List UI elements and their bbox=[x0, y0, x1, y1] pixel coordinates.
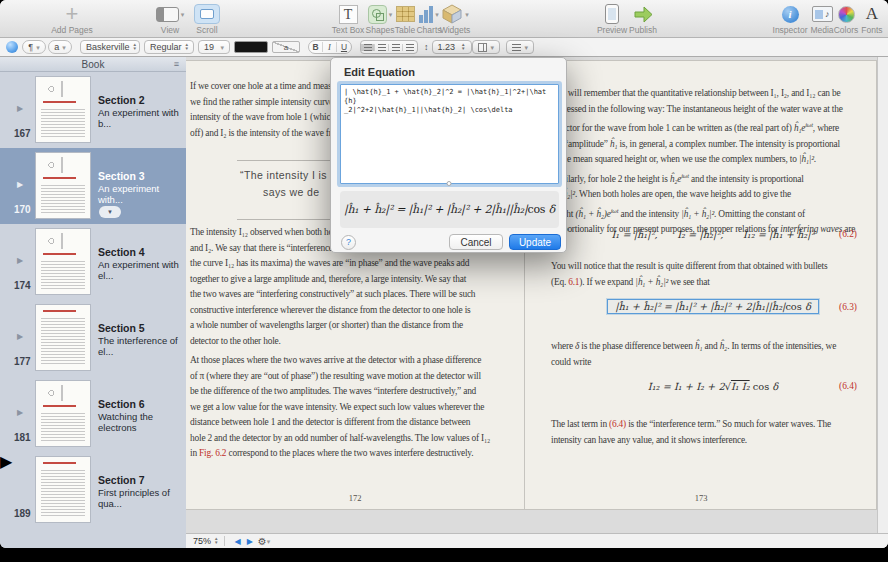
thumbnail-page-number: 167 bbox=[14, 128, 31, 139]
thumbnail-page-number: 189 bbox=[14, 508, 31, 519]
update-button[interactable]: Update bbox=[509, 234, 561, 250]
font-family-select[interactable]: Baskerville▲▼ bbox=[80, 40, 140, 54]
widgets-button[interactable]: ▾ Widgets bbox=[427, 3, 483, 37]
sidebar-section-5[interactable]: ▶ 177 Section 5The interference of el... bbox=[0, 300, 186, 376]
line-spacing-value: 1.23 bbox=[438, 42, 456, 52]
section-title: Section 4 bbox=[98, 246, 184, 258]
line-height-icon: ↕ bbox=[424, 42, 429, 52]
disclosure-triangle-icon[interactable]: ▶ bbox=[17, 104, 23, 113]
sidebar-section-3-selected[interactable]: ▶ 170 Section 3An experiment with... ▼ bbox=[0, 148, 186, 224]
font-size-select[interactable]: 19▾ bbox=[198, 40, 230, 54]
stepper-icon: ▲▼ bbox=[133, 43, 137, 51]
selected-equation-box[interactable]: |ĥ₁ + ĥ₂|² = |ĥ₁|² + |ĥ₂|² + 2|ĥ₁||ĥ₂|co… bbox=[607, 299, 819, 314]
navigator-sphere-icon[interactable] bbox=[6, 41, 18, 53]
equation-6-4-row[interactable]: I₁₂ = I₁ + I₂ + 2√I₁ I₂ cos δ (6.4) bbox=[551, 381, 875, 392]
section-subtitle: The interference of el... bbox=[98, 335, 184, 357]
section-subtitle: An experiment with b... bbox=[98, 107, 184, 129]
disclosure-triangle-icon[interactable]: ▶ bbox=[17, 180, 23, 189]
zoom-level-value[interactable]: 75% bbox=[193, 536, 211, 546]
help-button[interactable]: ? bbox=[341, 235, 356, 250]
equation-6-3[interactable]: |ĥ₁ + ĥ₂|² = |ĥ₁|² + |ĥ₂|² + 2|ĥ₁||ĥ₂|co… bbox=[615, 301, 811, 312]
page-thumbnail[interactable] bbox=[35, 228, 91, 295]
page-thumbnail[interactable] bbox=[35, 304, 91, 371]
equation-6-4-ref[interactable]: (6.4) bbox=[839, 381, 857, 391]
section-subtitle: Watching the electrons bbox=[98, 411, 184, 433]
cancel-button[interactable]: Cancel bbox=[449, 234, 503, 250]
paragraph-style-button[interactable]: ¶▾ bbox=[22, 40, 46, 54]
page-thumbnail[interactable] bbox=[35, 380, 91, 447]
format-bar: ¶▾ a▾ Baskerville▲▼ Regular▲▼ 19▾ a B I … bbox=[0, 38, 888, 57]
chevron-down-icon: ▾ bbox=[62, 44, 66, 51]
sidebar-section-6[interactable]: ▶ 181 Section 6Watching the electrons bbox=[0, 376, 186, 452]
paragraph[interactable]: The last term in (6.4) is the “interfere… bbox=[551, 417, 875, 448]
equation-latex-input[interactable]: | \hat{h}_1 + \hat{h}_2|^2 = |\hat{h}_1|… bbox=[340, 84, 559, 184]
sidebar-section-partial[interactable] bbox=[0, 528, 186, 548]
page-thumbnail[interactable] bbox=[35, 456, 91, 523]
page-number: 173 bbox=[525, 493, 877, 503]
page-thumbnail[interactable] bbox=[35, 152, 91, 219]
pull-quote-line[interactable]: “The intensity I is bbox=[240, 169, 327, 181]
equation-6-3-row[interactable]: |ĥ₁ + ĥ₂|² = |ĥ₁|² + |ĥ₂|² + 2|ĥ₁||ĥ₂|co… bbox=[551, 299, 875, 314]
equation-6-2-ref[interactable]: (6.2) bbox=[839, 229, 857, 239]
paragraph[interactable]: At those places where the two waves arri… bbox=[190, 353, 522, 462]
widgets-label: Widgets bbox=[427, 25, 483, 35]
main-toolbar: + Add Pages ▾ View Scroll T Text Box ▾ S… bbox=[0, 0, 888, 38]
bold-button[interactable]: B bbox=[309, 42, 323, 52]
align-right-button[interactable] bbox=[389, 44, 403, 51]
equation-6-4[interactable]: I₁₂ = I₁ + I₂ + 2√I₁ I₂ cos δ bbox=[648, 381, 778, 392]
previous-page-button[interactable]: ◀ bbox=[234, 537, 240, 546]
paragraph[interactable]: where δ is the phase difference between … bbox=[551, 339, 875, 370]
next-page-button[interactable]: ▶ bbox=[247, 537, 253, 546]
line-spacing-control[interactable]: 1.23▲▼ bbox=[432, 40, 472, 54]
ibooks-author-window: + Add Pages ▾ View Scroll T Text Box ▾ S… bbox=[0, 0, 888, 548]
underline-button[interactable]: U bbox=[337, 42, 351, 52]
italic-button[interactable]: I bbox=[323, 42, 337, 52]
text-color-swatch[interactable] bbox=[234, 41, 268, 53]
align-justify-button[interactable] bbox=[403, 44, 417, 51]
font-family-value: Baskerville bbox=[86, 42, 130, 52]
sidebar-section-2[interactable]: ▶ 167 Section 2An experiment with b... bbox=[0, 72, 186, 148]
gear-menu-button[interactable]: ⚙ bbox=[258, 536, 267, 547]
character-style-button[interactable]: a▾ bbox=[48, 40, 72, 54]
disclosure-triangle-icon[interactable]: ▶ bbox=[17, 332, 23, 341]
scrollbar-gutter[interactable] bbox=[877, 57, 888, 533]
font-size-value: 19 bbox=[204, 42, 214, 52]
section-subtitle: First principles of qua... bbox=[98, 487, 184, 509]
paragraph[interactable]: You will notice that the result is quite… bbox=[551, 259, 875, 290]
list-style-button[interactable]: ▾ bbox=[506, 40, 534, 54]
align-left-button[interactable] bbox=[361, 44, 375, 51]
background-color-swatch[interactable]: a bbox=[272, 41, 300, 53]
columns-button[interactable]: ▾ bbox=[472, 40, 500, 54]
textarea-resize-handle[interactable] bbox=[446, 181, 451, 186]
pull-quote-line[interactable]: says we de bbox=[263, 186, 320, 198]
edit-equation-dialog: Edit Equation | \hat{h}_1 + \hat{h}_2|^2… bbox=[330, 57, 567, 253]
thumbnail-page-number: 170 bbox=[14, 204, 31, 215]
disclosure-triangle-icon[interactable]: ▶ bbox=[17, 408, 23, 417]
disclosure-triangle-icon[interactable]: ▶ bbox=[0, 453, 12, 470]
align-center-button[interactable] bbox=[375, 44, 389, 51]
equation-preview: |ĥ₁ + ĥ₂|² = |ĥ₁|² + |ĥ₂|² + 2|ĥ₁||ĥ₂|co… bbox=[344, 203, 555, 216]
publish-button[interactable]: Publish bbox=[615, 3, 671, 37]
typeface-select[interactable]: Regular▲▼ bbox=[144, 40, 194, 54]
equation-6-2-row[interactable]: I₁ = |ĥ₁|², I₂ = |ĥ₂|², I₁₂ = |ĥ₁ + ĥ₂|²… bbox=[551, 229, 875, 240]
sidebar-header[interactable]: Book≡ bbox=[0, 57, 186, 72]
equation-6-2[interactable]: I₁ = |ĥ₁|², I₂ = |ĥ₂|², I₁₂ = |ĥ₁ + ĥ₂|² bbox=[611, 229, 814, 240]
equation-6-3-ref[interactable]: (6.3) bbox=[839, 302, 857, 312]
section-subtitle: An experiment with... bbox=[98, 183, 184, 205]
status-bar: 75% ▲▼ ◀ ▶ ⚙ ▾ bbox=[186, 533, 888, 548]
section-options-button[interactable]: ▼ bbox=[99, 206, 121, 218]
sidebar-section-4[interactable]: ▶ 174 Section 4An experiment with el... bbox=[0, 224, 186, 300]
section-title: Section 2 bbox=[98, 94, 184, 106]
book-sidebar: Book≡ ▶ 167 Section 2An experiment with … bbox=[0, 57, 186, 548]
disclosure-triangle-icon[interactable]: ▶ bbox=[17, 256, 23, 265]
zoom-stepper[interactable]: ▲▼ bbox=[214, 537, 218, 545]
sidebar-section-7[interactable]: ▶ 189 Section 7First principles of qua..… bbox=[0, 452, 186, 528]
list-menu-icon[interactable]: ≡ bbox=[174, 59, 179, 69]
scroll-button[interactable]: Scroll bbox=[179, 3, 235, 37]
paragraph[interactable]: You will remember that the quantitative … bbox=[551, 86, 875, 238]
add-pages-button[interactable]: + Add Pages bbox=[42, 3, 102, 37]
page-thumbnail[interactable] bbox=[35, 76, 91, 143]
fonts-button[interactable]: A Fonts bbox=[844, 3, 888, 37]
fonts-label: Fonts bbox=[844, 25, 888, 35]
section-title: Section 5 bbox=[98, 322, 184, 334]
